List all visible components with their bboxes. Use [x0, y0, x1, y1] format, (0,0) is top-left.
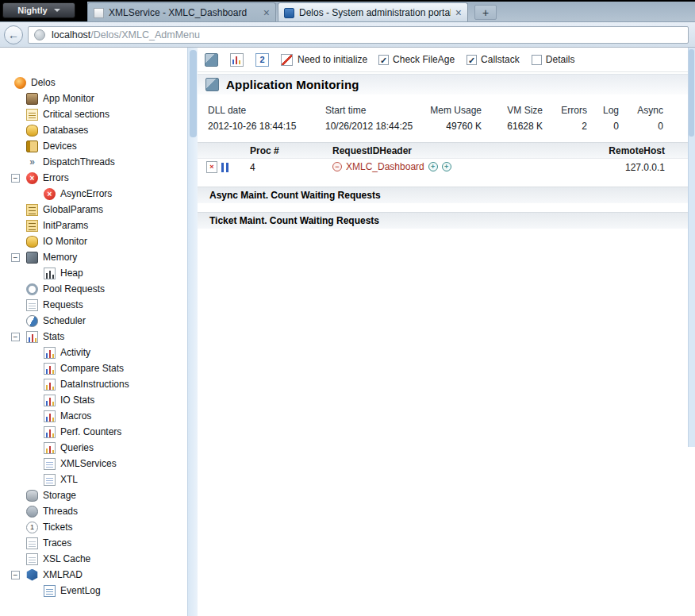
tree-item-datainstructions[interactable]: DataInstructions [0, 376, 187, 392]
stats-header-start-time: Start time [325, 105, 422, 116]
tab-xmlservice[interactable]: XMLService - XMLC_Dashboard [87, 2, 276, 22]
tree-item-dispatchthreads[interactable]: DispatchThreads [0, 154, 187, 170]
tree-item-threads[interactable]: Threads [0, 503, 187, 519]
tree-item-eventlog[interactable]: EventLog [0, 583, 187, 599]
url-host: localhost [52, 29, 90, 40]
tree-item-storage[interactable]: Storage [0, 487, 187, 503]
section-title: Async Maint. Count Waiting Requests [209, 190, 381, 201]
stats-chart-icon[interactable] [230, 53, 244, 67]
new-tab-button[interactable] [474, 5, 497, 20]
tree-item-stats[interactable]: −Stats [0, 329, 187, 345]
tree-item-label: Perf. Counters [60, 426, 121, 437]
storage-icon [26, 490, 38, 502]
tree-item-traces[interactable]: Traces [0, 535, 187, 551]
checkbox-callstack[interactable]: ✓ [467, 55, 477, 65]
tree-item-macros[interactable]: Macros [0, 408, 187, 424]
tree-item-compare-stats[interactable]: Compare Stats [0, 360, 187, 376]
tree-item-asyncerrors[interactable]: AsyncErrors [0, 186, 187, 202]
tab-delos-admin[interactable]: Delos - System administration portal [278, 2, 468, 22]
stats-header-async: Async [619, 105, 663, 116]
app-menu-button[interactable]: Nightly [2, 2, 75, 18]
kill-request-icon[interactable] [206, 161, 217, 173]
tree-item-perf-counters[interactable]: Perf. Counters [0, 424, 187, 440]
browser-titlebar: Nightly XMLService - XMLC_Dashboard Delo… [0, 0, 695, 22]
sidebar-scrollbar-thumb[interactable] [190, 50, 197, 137]
tree-item-pool-requests[interactable]: Pool Requests [0, 281, 187, 297]
main-scrollbar-thumb[interactable] [689, 49, 694, 137]
table-row: 4 XMLC_Dashboard 127.0.0.1 [198, 160, 695, 176]
stats-value-async: 0 [619, 121, 663, 132]
tree-item-activity[interactable]: Activity [0, 345, 187, 360]
main-frame: 2 Need to initialize ✓Check FileAge✓Call… [198, 48, 695, 616]
request-id-column-header: RequestIDHeader [332, 145, 412, 156]
tree-item-label: GlobalParams [43, 204, 103, 215]
ticket-maint-section-header: Ticket Maint. Count Waiting Requests [198, 212, 695, 229]
proc-number: 4 [250, 162, 255, 173]
request-id-link[interactable]: XMLC_Dashboard [346, 161, 424, 172]
collapse-box-icon[interactable]: − [11, 571, 20, 579]
tree-item-requests[interactable]: Requests [0, 297, 187, 313]
tree-item-critical-sections[interactable]: Critical sections [0, 106, 187, 122]
section-title: Ticket Maint. Count Waiting Requests [209, 215, 379, 226]
stats-value-log: 0 [587, 121, 619, 132]
tab-close-icon[interactable] [455, 7, 462, 18]
tree-item-initparams[interactable]: InitParams [0, 218, 187, 233]
tree-item-globalparams[interactable]: GlobalParams [0, 202, 187, 218]
tree-item-app-monitor[interactable]: App Monitor [0, 90, 187, 106]
collapse-box-icon[interactable]: − [11, 253, 20, 262]
checkbox-details[interactable] [532, 55, 542, 65]
initialize-label: Need to initialize [298, 54, 367, 65]
tree-item-memory[interactable]: −Memory [0, 249, 187, 265]
tree-item-scheduler[interactable]: Scheduler [0, 313, 187, 329]
collapse-box-icon[interactable]: − [11, 333, 20, 341]
tree-item-xsl-cache[interactable]: XSL Cache [0, 551, 187, 567]
tree-item-label: EventLog [60, 585, 101, 596]
tab-delos-icon [284, 8, 294, 18]
tree-item-xmlrad[interactable]: −XMLRAD [0, 567, 187, 583]
collapse-box-icon[interactable]: − [11, 174, 20, 183]
tree-item-io-stats[interactable]: IO Stats [0, 392, 187, 408]
io-monitor-icon [26, 236, 38, 248]
tree-item-label: Pool Requests [43, 283, 105, 295]
need-to-initialize-button[interactable]: Need to initialize [281, 54, 367, 66]
tree-item-label: Requests [43, 299, 83, 310]
tree-item-databases[interactable]: Databases [0, 122, 187, 138]
stats-value-start-time: 10/26/2012 18:44:25 [325, 121, 422, 132]
monitor-form-icon[interactable] [205, 53, 218, 67]
tickets-icon [26, 522, 38, 533]
requests-table-header: Proc # RequestIDHeader RemoteHost [198, 142, 695, 159]
tree-item-xmlservices[interactable]: XMLServices [0, 456, 187, 472]
tree-item-heap[interactable]: Heap [0, 265, 187, 281]
page-header: Application Monitoring [198, 74, 695, 94]
tree-item-tickets[interactable]: Tickets [0, 519, 187, 535]
io-stats-icon [44, 395, 56, 406]
tree-item-devices[interactable]: Devices [0, 138, 187, 154]
main-scrollbar[interactable] [688, 48, 695, 447]
tree-item-label: Scheduler [43, 315, 86, 326]
pause-request-icon[interactable] [220, 161, 229, 173]
tree-item-xtl[interactable]: XTL [0, 472, 187, 487]
stats-value-mem-usage: 49760 K [422, 121, 482, 132]
collapse-request-icon[interactable] [332, 162, 342, 171]
back-button[interactable] [4, 25, 23, 44]
tab-close-icon[interactable] [263, 7, 270, 18]
expand-request-icon[interactable] [428, 162, 438, 171]
checkbox-check-fileage[interactable]: ✓ [378, 55, 389, 65]
stats-header-vm-size: VM Size [482, 105, 543, 116]
sidebar-scrollbar[interactable] [187, 48, 198, 616]
global-params-icon [26, 204, 38, 216]
tree-item-errors[interactable]: −Errors [0, 170, 187, 186]
data-instructions-icon [44, 379, 56, 391]
refresh-interval-icon[interactable]: 2 [255, 53, 269, 67]
tree-item-delos[interactable]: Delos [0, 75, 187, 90]
tree-item-io-monitor[interactable]: IO Monitor [0, 233, 187, 249]
async-maint-section-header: Async Maint. Count Waiting Requests [198, 187, 695, 203]
expand-request-details-icon[interactable] [442, 162, 451, 171]
tree-item-label: Devices [43, 141, 77, 152]
stats-summary: DLL dateStart timeMem UsageVM SizeErrors… [208, 105, 663, 132]
heap-icon [44, 268, 56, 279]
sidebar-tree: DelosApp MonitorCritical sectionsDatabas… [0, 48, 187, 616]
tree-item-label: Compare Stats [60, 363, 124, 374]
tree-item-queries[interactable]: Queries [0, 440, 187, 456]
url-bar[interactable]: localhost /Delos/XMLC_AdmMenu [28, 26, 689, 44]
